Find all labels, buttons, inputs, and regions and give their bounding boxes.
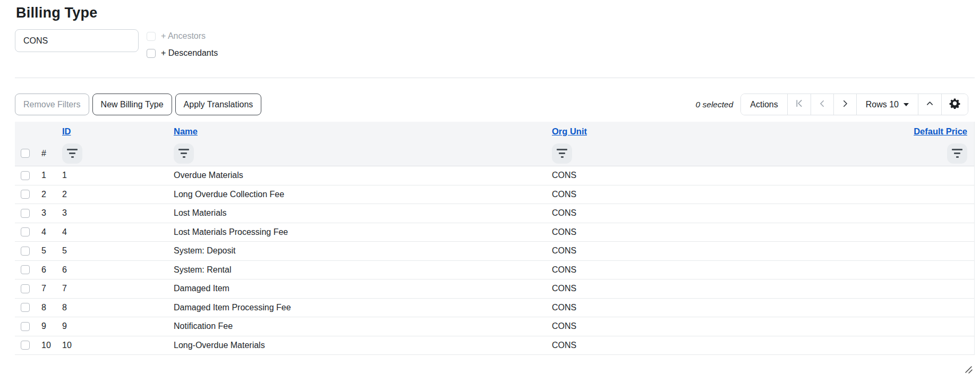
- cell-id: 6: [55, 261, 167, 280]
- row-checkbox[interactable]: [21, 322, 30, 331]
- cell-org-unit: CONS: [545, 242, 884, 260]
- id-filter-button[interactable]: [62, 143, 82, 164]
- cell-id: 3: [55, 204, 167, 223]
- cell-default-price: [884, 336, 974, 355]
- collapse-toolbar-button[interactable]: [918, 94, 942, 115]
- row-checkbox[interactable]: [21, 284, 30, 293]
- filter-lines-icon: [67, 149, 78, 150]
- cell-org-unit: CONS: [545, 223, 884, 242]
- row-number: 5: [35, 242, 55, 260]
- row-number: 3: [35, 204, 55, 223]
- new-billing-type-button[interactable]: New Billing Type: [92, 94, 172, 115]
- table-row[interactable]: 10 10 Long-Overdue Materials CONS: [15, 336, 974, 355]
- org-unit-filter-button[interactable]: [552, 143, 572, 164]
- column-header-default-price[interactable]: Default Price: [914, 126, 967, 136]
- cell-name: Overdue Materials: [167, 166, 545, 185]
- cell-default-price: [884, 223, 974, 242]
- row-number: 7: [35, 280, 55, 298]
- table-row[interactable]: 1 1 Overdue Materials CONS: [15, 166, 974, 185]
- ancestors-checkbox[interactable]: [147, 32, 156, 41]
- row-checkbox[interactable]: [21, 190, 30, 199]
- cell-org-unit: CONS: [545, 166, 884, 185]
- actions-menu-button[interactable]: Actions: [741, 94, 787, 115]
- org-scope-options: + Ancestors + Descendants: [147, 29, 218, 58]
- chevron-right-icon: [841, 100, 849, 109]
- row-number: 6: [35, 261, 55, 280]
- descendants-checkbox[interactable]: [147, 49, 156, 58]
- table-row[interactable]: 3 3 Lost Materials CONS: [15, 204, 974, 223]
- default-price-filter-button[interactable]: [947, 143, 967, 164]
- cell-name: Damaged Item Processing Fee: [167, 299, 545, 317]
- table-row[interactable]: 5 5 System: Deposit CONS: [15, 242, 974, 261]
- ancestors-option[interactable]: + Ancestors: [147, 31, 218, 41]
- cell-name: System: Rental: [167, 261, 545, 280]
- grid-body: 1 1 Overdue Materials CONS 2 2 Long Over…: [15, 166, 974, 355]
- row-checkbox[interactable]: [21, 171, 30, 180]
- column-header-org-unit[interactable]: Org Unit: [552, 126, 587, 136]
- table-row[interactable]: 8 8 Damaged Item Processing Fee CONS: [15, 299, 974, 318]
- previous-page-button[interactable]: [811, 94, 834, 115]
- cell-id: 9: [55, 317, 167, 336]
- row-number: 1: [35, 166, 55, 185]
- cell-org-unit: CONS: [545, 185, 884, 204]
- filter-lines-icon: [178, 149, 189, 150]
- cell-default-price: [884, 317, 974, 336]
- caret-down-icon: [904, 103, 909, 106]
- cell-org-unit: CONS: [545, 299, 884, 317]
- select-all-checkbox[interactable]: [21, 149, 30, 158]
- column-header-name[interactable]: Name: [174, 126, 198, 136]
- row-checkbox[interactable]: [21, 227, 30, 236]
- cell-id: 5: [55, 242, 167, 260]
- cell-default-price: [884, 166, 974, 185]
- rows-per-page-select[interactable]: Rows 10: [857, 94, 918, 115]
- table-row[interactable]: 7 7 Damaged Item CONS: [15, 280, 974, 299]
- row-number: 2: [35, 185, 55, 204]
- row-number: 4: [35, 223, 55, 242]
- billing-type-admin-page: Billing Type + Ancestors + Descendants R…: [0, 0, 980, 381]
- grid-controls-group: Actions: [740, 94, 968, 115]
- chevron-up-icon: [926, 99, 934, 109]
- table-row[interactable]: 2 2 Long Overdue Collection Fee CONS: [15, 185, 974, 205]
- cell-id: 10: [55, 336, 167, 355]
- row-checkbox[interactable]: [21, 209, 30, 218]
- cell-id: 4: [55, 223, 167, 242]
- section-divider: [15, 78, 975, 78]
- table-row[interactable]: 6 6 System: Rental CONS: [15, 261, 974, 280]
- first-page-button[interactable]: [788, 94, 811, 115]
- row-number: 8: [35, 299, 55, 317]
- row-checkbox[interactable]: [21, 303, 30, 312]
- row-checkbox[interactable]: [21, 247, 30, 256]
- cell-org-unit: CONS: [545, 204, 884, 223]
- remove-filters-button[interactable]: Remove Filters: [15, 94, 89, 115]
- org-unit-input[interactable]: [15, 29, 139, 52]
- grid-toolbar: Remove Filters New Billing Type Apply Tr…: [15, 94, 975, 115]
- ancestors-label: + Ancestors: [161, 31, 206, 41]
- table-row[interactable]: 4 4 Lost Materials Processing Fee CONS: [15, 223, 974, 242]
- cell-org-unit: CONS: [545, 317, 884, 336]
- cell-name: Notification Fee: [167, 317, 545, 336]
- cell-name: Long Overdue Collection Fee: [167, 185, 545, 204]
- row-checkbox[interactable]: [21, 341, 30, 350]
- cell-default-price: [884, 280, 974, 298]
- cell-name: System: Deposit: [167, 242, 545, 260]
- cell-id: 1: [55, 166, 167, 185]
- cell-name: Lost Materials: [167, 204, 545, 223]
- grid-settings-button[interactable]: [942, 94, 968, 115]
- row-number: 10: [35, 336, 55, 355]
- column-header-id[interactable]: ID: [62, 126, 71, 136]
- cell-default-price: [884, 261, 974, 280]
- descendants-option[interactable]: + Descendants: [147, 48, 218, 58]
- rows-per-page-label: Rows 10: [866, 100, 899, 109]
- table-row[interactable]: 9 9 Notification Fee CONS: [15, 317, 974, 336]
- filter-lines-icon: [557, 149, 567, 150]
- cell-org-unit: CONS: [545, 336, 884, 355]
- descendants-label: + Descendants: [161, 48, 218, 58]
- chevron-left-icon: [819, 100, 826, 109]
- org-filter-bar: + Ancestors + Descendants: [15, 29, 975, 58]
- resize-grip-icon[interactable]: [964, 365, 973, 376]
- apply-translations-button[interactable]: Apply Translations: [175, 94, 262, 115]
- cell-id: 7: [55, 280, 167, 298]
- next-page-button[interactable]: [834, 94, 857, 115]
- row-checkbox[interactable]: [21, 265, 30, 274]
- name-filter-button[interactable]: [174, 143, 194, 164]
